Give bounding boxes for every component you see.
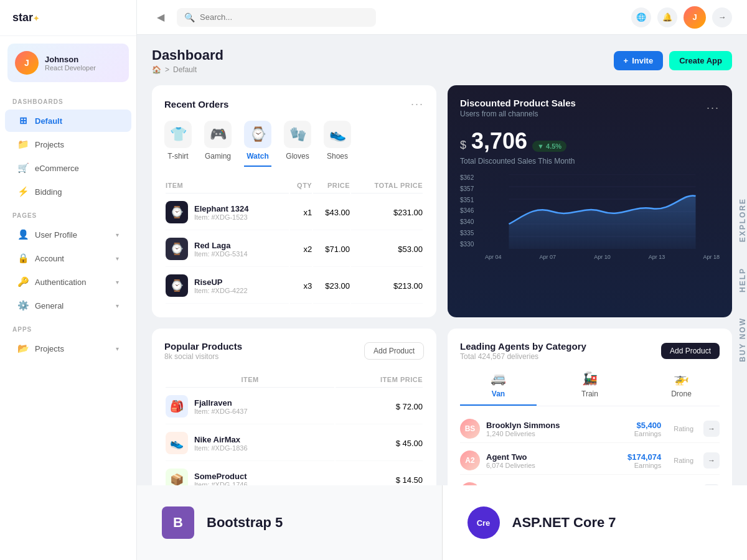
item-cell: ⌚ Red Laga Item: #XDG-5314 — [166, 231, 289, 267]
content-area: Dashboard 🏠 > Default + Invite Create Ap… — [137, 35, 747, 560]
sales-badge: ▼ 4.5% — [532, 141, 566, 152]
user-role: React Developer — [45, 64, 96, 72]
cat-tab-shoes[interactable]: 👟 Shoes — [324, 121, 351, 167]
sidebar-item-label: Account — [35, 254, 64, 263]
chart-svg — [485, 174, 720, 249]
x-label: Apr 10 — [594, 254, 611, 260]
qty-cell: x2 — [290, 231, 312, 267]
category-tabs: 👕 T-shirt 🎮 Gaming ⌚ Watch 🧤 Gloves — [164, 121, 424, 167]
search-bar[interactable]: 🔍 — [177, 8, 376, 27]
col-price: ITEM PRICE — [336, 372, 423, 388]
cat-tab-watch[interactable]: ⌚ Watch — [244, 121, 271, 167]
bell-icon[interactable]: 🔔 — [657, 7, 677, 27]
cat-label: Gaming — [205, 152, 231, 161]
col-price: PRICE — [313, 178, 350, 194]
cat-tab-gaming[interactable]: 🎮 Gaming — [204, 121, 232, 167]
sales-subtitle: Users from all channels — [460, 110, 576, 118]
product-name: Fjallraven — [194, 398, 248, 408]
agent-arrow-button[interactable]: → — [703, 421, 720, 437]
sidebar-collapse-button[interactable]: ◀ — [152, 9, 169, 26]
recent-orders-header: Recent Orders ··· — [164, 98, 424, 111]
total-cell: $53.00 — [351, 231, 423, 267]
search-icon: 🔍 — [184, 12, 195, 22]
agent-arrow-button[interactable]: → — [703, 452, 720, 469]
product-name: Nike AirMax — [194, 435, 248, 444]
agents-subtitle: Total 424,567 deliveries — [460, 352, 586, 361]
card-menu-icon[interactable]: ··· — [411, 98, 424, 111]
product-price-cell: $ 72.00 — [336, 389, 423, 424]
folder2-icon: 📂 — [17, 343, 29, 354]
cat-label: T-shirt — [167, 152, 188, 161]
cat-label: Shoes — [327, 152, 348, 161]
transport-tab-drone[interactable]: 🚁 Drone — [643, 371, 720, 406]
page-title: Dashboard — [152, 47, 223, 63]
sidebar-item-account[interactable]: 🔒 Account ▾ — [5, 247, 131, 269]
sidebar-item-label: General — [35, 301, 63, 310]
tech-overlay: B Bootstrap 5 Cre ASP.NET Core 7 — [137, 485, 747, 560]
sales-header-left: Discounted Product Sales Users from all … — [460, 98, 576, 118]
popular-products-header: Popular Products 8k social visitors Add … — [164, 341, 424, 361]
user-card[interactable]: J Johnson React Developer — [7, 44, 129, 82]
agent-name: Agent Two — [486, 452, 621, 462]
item-cell: ⌚ Elephant 1324 Item: #XDG-1523 — [166, 195, 289, 230]
sidebar-item-general[interactable]: ⚙️ General ▾ — [5, 294, 131, 317]
user-avatar-header[interactable]: J — [684, 6, 706, 29]
agent-earnings-block: $5,400 Earnings — [634, 421, 661, 437]
shoes-icon: 👟 — [324, 121, 351, 148]
cat-tab-tshirt[interactable]: 👕 T-shirt — [164, 121, 192, 167]
grid-icon: ⊞ — [17, 115, 29, 126]
sidebar-item-label: Default — [35, 116, 62, 126]
item-sku: Item: #XDG-1523 — [194, 213, 248, 221]
train-icon: 🚂 — [582, 371, 598, 386]
apps-section-label: APPS — [0, 317, 136, 337]
agents-add-product-button[interactable]: Add Product — [661, 343, 720, 359]
pp-subtitle: 8k social visitors — [164, 352, 242, 361]
list-item: BS Brooklyn Simmons 1,240 Deliveries $5,… — [460, 415, 720, 443]
create-app-button[interactable]: Create App — [669, 51, 732, 70]
search-input[interactable] — [200, 12, 369, 22]
add-product-button[interactable]: Add Product — [364, 342, 424, 360]
col-item: ITEM — [166, 372, 334, 388]
sidebar-item-projects[interactable]: 📁 Projects — [5, 133, 131, 156]
agent-earnings-label: Earnings — [627, 462, 661, 469]
gear-icon: ⚙️ — [17, 300, 29, 311]
page-actions: + Invite Create App — [614, 51, 732, 70]
sales-card-header: Discounted Product Sales Users from all … — [460, 98, 720, 118]
y-label: $335 — [460, 230, 482, 236]
item-name: Elephant 1324 — [194, 204, 248, 213]
x-label: Apr 18 — [703, 254, 720, 260]
sidebar-item-apps-projects[interactable]: 📂 Projects ▾ — [5, 337, 131, 360]
agent-info: Brooklyn Simmons 1,240 Deliveries — [486, 421, 628, 437]
sidebar-item-authentication[interactable]: 🔑 Authentication ▾ — [5, 271, 131, 293]
product-image: 👟 — [166, 432, 188, 454]
invite-button[interactable]: + Invite — [614, 51, 664, 70]
transport-tab-van[interactable]: 🚐 Van — [460, 371, 537, 406]
qty-cell: x1 — [290, 195, 312, 230]
col-qty: QTY — [290, 178, 312, 194]
arrow-right-icon[interactable]: → — [712, 7, 732, 27]
globe-icon[interactable]: 🌐 — [631, 7, 651, 27]
chevron-down-icon: ▾ — [116, 302, 119, 309]
sidebar-item-ecommerce[interactable]: 🛒 eCommerce — [5, 157, 131, 179]
product-info: Fjallraven Item: #XDG-6437 — [194, 398, 248, 415]
aspnet-banner: Cre ASP.NET Core 7 — [443, 485, 748, 560]
price-cell: $23.00 — [313, 268, 350, 304]
sidebar-item-default[interactable]: ⊞ Default — [5, 110, 131, 132]
header: ◀ 🔍 🌐 🔔 J → — [137, 0, 747, 35]
agent-earnings: $174,074 — [627, 452, 661, 462]
avatar: J — [15, 51, 39, 75]
sidebar-item-bidding[interactable]: ⚡ Bidding — [5, 180, 131, 203]
cat-tab-gloves[interactable]: 🧤 Gloves — [284, 121, 311, 167]
product-item-cell: 🎒 Fjallraven Item: #XDG-6437 — [166, 389, 334, 424]
drone-icon: 🚁 — [674, 371, 689, 386]
pages-section-label: PAGES — [0, 203, 136, 223]
card-menu-icon[interactable]: ··· — [707, 101, 720, 114]
recent-orders-card: Recent Orders ··· 👕 T-shirt 🎮 Gaming ⌚ W… — [152, 85, 436, 317]
sidebar-item-userprofile[interactable]: 👤 User Profile ▾ — [5, 223, 131, 246]
breadcrumb-current: Default — [173, 65, 197, 74]
agent-stat: 1,240 Deliveries — [486, 430, 628, 437]
van-icon: 🚐 — [491, 371, 506, 386]
header-right: 🌐 🔔 J → — [631, 6, 732, 29]
x-label: Apr 04 — [485, 254, 502, 260]
transport-tab-train[interactable]: 🚂 Train — [552, 371, 628, 406]
